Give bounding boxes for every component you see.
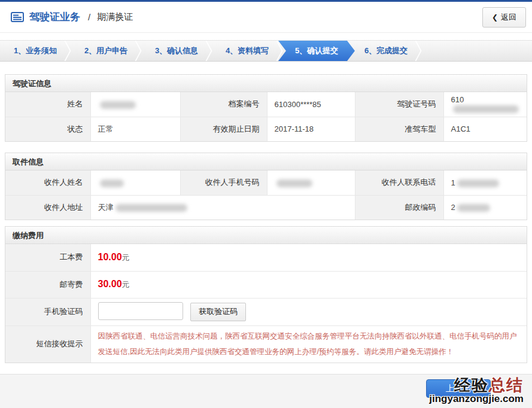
table-row: 姓名 档案编号 610300****85 驾驶证号码 610 <box>5 92 527 117</box>
expiry-value: 2017-11-18 <box>267 117 355 141</box>
step-1-business-notice[interactable]: 1、业务须知 <box>0 41 71 61</box>
step-3-confirm-info[interactable]: 3、确认信息 <box>141 41 212 61</box>
page-subtitle: 期满换证 <box>97 11 133 23</box>
step-6-complete-submit[interactable]: 6、完成提交 <box>351 41 421 61</box>
cost-fee-amount: 10.00 <box>98 252 122 262</box>
step-2-user-declaration[interactable]: 2、用户申告 <box>71 41 141 61</box>
pickup-info-section: 取件信息 收件人姓名 收件人手机号码 收件人联系电话 1 收件人地址 天津 邮政… <box>5 153 527 220</box>
status-label: 状态 <box>5 117 90 141</box>
vehicle-class-label: 准驾车型 <box>355 117 443 141</box>
sms-notice-text: 因陕西省联通、电信运营商技术问题，陕西省互联网交通安全综合服务管理平台无法向持陕… <box>98 326 520 363</box>
step-4-fill-data[interactable]: 4、资料填写 <box>212 41 282 61</box>
fees-section: 缴纳费用 工本费 10.00元 邮寄费 30.00元 手机验证码 获取验证码 短… <box>5 226 527 363</box>
file-no-label: 档案编号 <box>180 92 267 117</box>
main-content: 驾驶证信息 姓名 档案编号 610300****85 驾驶证号码 610 状态 … <box>0 62 532 363</box>
table-row: 短信接收提示 因陕西省联通、电信运营商技术问题，陕西省互联网交通安全综合服务管理… <box>5 325 527 363</box>
pickup-info-title: 取件信息 <box>5 153 527 170</box>
previous-step-button[interactable]: 上一步 <box>426 379 491 398</box>
sms-notice-label: 短信接收提示 <box>5 325 90 363</box>
name-value <box>90 92 180 117</box>
sms-notice-cell: 因陕西省联通、电信运营商技术问题，陕西省互联网交通安全综合服务管理平台无法向持陕… <box>90 325 527 363</box>
recipient-phone-value: 1 <box>443 170 527 195</box>
license-no-label: 驾驶证号码 <box>355 92 443 117</box>
pickup-info-table: 收件人姓名 收件人手机号码 收件人联系电话 1 收件人地址 天津 邮政编码 2 <box>5 170 527 220</box>
back-chevron-icon: ❮ <box>492 13 498 22</box>
redacted-value <box>276 179 312 187</box>
redacted-value <box>100 179 124 187</box>
expiry-label: 有效期止日期 <box>180 117 267 141</box>
license-card-icon <box>11 12 24 22</box>
fees-table: 工本费 10.00元 邮寄费 30.00元 手机验证码 获取验证码 短信接收提示… <box>5 244 527 363</box>
vehicle-class-value: A1C1 <box>443 117 527 141</box>
postcode-value: 2 <box>443 195 527 220</box>
sms-code-input[interactable] <box>98 302 183 320</box>
license-no-value: 610 <box>443 92 527 117</box>
status-value: 正常 <box>90 117 180 141</box>
cost-fee-label: 工本费 <box>5 244 90 271</box>
file-no-value: 610300****85 <box>267 92 355 117</box>
redacted-value <box>457 204 490 212</box>
table-row: 邮寄费 30.00元 <box>5 271 527 298</box>
sms-code-label: 手机验证码 <box>5 298 90 325</box>
license-info-table: 姓名 档案编号 610300****85 驾驶证号码 610 状态 正常 有效期… <box>5 92 527 141</box>
recipient-mobile-value <box>267 170 355 195</box>
recipient-address-value: 天津 <box>90 195 355 220</box>
table-row: 状态 正常 有效期止日期 2017-11-18 准驾车型 A1C1 <box>5 117 527 141</box>
table-row: 手机验证码 获取验证码 <box>5 298 527 325</box>
redacted-value <box>453 105 519 113</box>
redacted-value <box>115 204 187 212</box>
recipient-mobile-label: 收件人手机号码 <box>180 170 267 195</box>
fees-title: 缴纳费用 <box>5 227 527 244</box>
cost-fee-unit: 元 <box>122 253 130 262</box>
back-button[interactable]: ❮ 返回 <box>482 7 526 28</box>
get-code-button[interactable]: 获取验证码 <box>190 303 246 321</box>
page-header: 驾驶证业务 / 期满换证 ❮ 返回 <box>0 2 532 33</box>
postage-fee-amount: 30.00 <box>98 279 122 289</box>
license-info-title: 驾驶证信息 <box>5 75 527 92</box>
redacted-value <box>100 101 136 109</box>
table-row: 工本费 10.00元 <box>5 244 527 271</box>
redacted-value <box>457 179 499 187</box>
postcode-label: 邮政编码 <box>355 195 443 220</box>
page-title: 驾驶证业务 <box>29 10 80 24</box>
postage-fee-value: 30.00元 <box>90 271 527 298</box>
recipient-phone-label: 收件人联系电话 <box>355 170 443 195</box>
recipient-name-value <box>90 170 180 195</box>
wizard-step-bar: 1、业务须知 2、用户申告 3、确认信息 4、资料填写 5、确认提交 6、完成提… <box>0 40 532 62</box>
table-row: 收件人地址 天津 邮政编码 2 <box>5 195 527 220</box>
name-label: 姓名 <box>5 92 90 117</box>
step-5-confirm-submit-active[interactable]: 5、确认提交 <box>278 41 355 61</box>
postage-fee-label: 邮寄费 <box>5 271 90 298</box>
sms-code-cell: 获取验证码 <box>90 298 527 325</box>
footer-action-bar: 上一步 <box>0 374 532 408</box>
cost-fee-value: 10.00元 <box>90 244 527 271</box>
back-button-label: 返回 <box>501 12 516 23</box>
recipient-address-label: 收件人地址 <box>5 195 90 220</box>
license-info-section: 驾驶证信息 姓名 档案编号 610300****85 驾驶证号码 610 状态 … <box>5 74 527 142</box>
breadcrumb: 驾驶证业务 / 期满换证 <box>11 10 133 24</box>
table-row: 收件人姓名 收件人手机号码 收件人联系电话 1 <box>5 170 527 195</box>
breadcrumb-divider: / <box>88 12 90 22</box>
postage-fee-unit: 元 <box>122 280 130 289</box>
recipient-name-label: 收件人姓名 <box>5 170 90 195</box>
